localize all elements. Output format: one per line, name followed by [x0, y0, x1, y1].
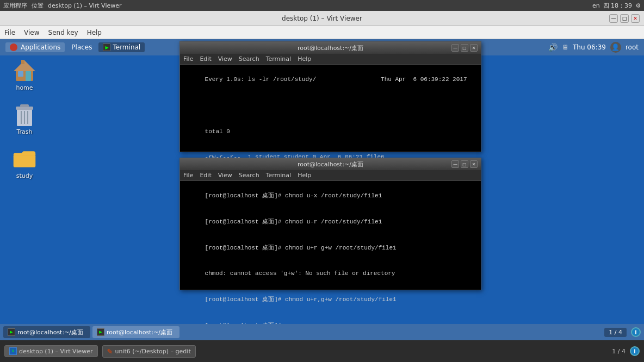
virt-viewer-taskicon: V	[9, 347, 17, 355]
guest-info-icon[interactable]: i	[631, 327, 641, 337]
t2-line2: [root@localhost 桌面]# chmod u-r /root/stu…	[205, 219, 382, 225]
terminal2-content[interactable]: [root@localhost 桌面]# chmod u-x /root/stu…	[180, 181, 481, 290]
minimize-button[interactable]: —	[609, 14, 618, 23]
host-pos-label[interactable]: 位置	[32, 2, 44, 10]
bottombar-item-1[interactable]: V desktop (1) – Virt Viewer	[4, 345, 98, 357]
desktop-icon-home[interactable]: home	[5, 58, 44, 91]
t1-menu-file[interactable]: File	[183, 55, 193, 63]
places-menu[interactable]: Places	[67, 42, 96, 52]
terminal-menu-btn[interactable]: ▶ Terminal	[98, 42, 145, 52]
terminal-window-1: root@localhost:~/桌面 — □ ✕ File Edit View…	[179, 41, 481, 152]
desktop-icon-trash[interactable]: Trash	[5, 102, 44, 135]
t2-line1: [root@localhost 桌面]# chmod u-x /root/stu…	[205, 192, 382, 199]
t1-menu-terminal[interactable]: Terminal	[266, 55, 292, 63]
terminal2-restore[interactable]: □	[461, 160, 468, 168]
terminal1-title: root@localhost:~/桌面	[298, 44, 363, 52]
trash-icon	[13, 102, 36, 126]
t2-menu-help[interactable]: Help	[298, 172, 311, 179]
bottombar-right: 1 / 4 i	[612, 346, 640, 356]
restore-button[interactable]: □	[620, 14, 629, 23]
info-icon[interactable]: i	[630, 346, 640, 356]
terminal1-restore[interactable]: □	[461, 44, 468, 52]
svg-rect-8	[20, 104, 29, 107]
terminal2-menubar: File Edit View Search Terminal Help	[180, 170, 481, 181]
t2-menu-view[interactable]: View	[218, 172, 232, 179]
t1-header: Every 1.0s: ls -lr /root/study/ Thu Apr …	[205, 76, 467, 83]
svg-rect-2	[26, 71, 31, 81]
terminal2-win-btns: — □ ✕	[451, 160, 478, 168]
guest-time: Thu 06:39	[573, 43, 606, 51]
menu-file[interactable]: File	[4, 29, 15, 36]
host-time: 四 18：39	[603, 2, 633, 10]
t1-menu-view[interactable]: View	[218, 55, 232, 63]
taskbar-icon-2: ▶	[97, 328, 104, 336]
taskbar-label-2: root@localhost:~/桌面	[107, 328, 172, 336]
t1-total: total 0	[205, 128, 230, 135]
desktop-icons: home Trash	[5, 58, 44, 179]
terminal1-close[interactable]: ✕	[470, 44, 478, 52]
taskbar-item-2[interactable]: ▶ root@localhost:~/桌面	[92, 326, 179, 338]
virt-viewer-menubar: File View Send key Help	[0, 26, 644, 39]
svg-rect-1	[18, 71, 23, 77]
close-button[interactable]: ✕	[631, 14, 640, 23]
applications-menu[interactable]: Applications	[5, 42, 65, 52]
virt-viewer-titlebar: desktop (1) – Virt Viewer — □ ✕	[0, 11, 644, 26]
guest-user: root	[626, 43, 639, 51]
t2-menu-search[interactable]: Search	[239, 172, 259, 179]
bottombar-label-2: unit6 (~/Desktop) – gedit	[115, 348, 190, 355]
terminal-window-2: root@localhost:~/桌面 — □ ✕ File Edit View…	[179, 158, 481, 290]
taskbar-item-1[interactable]: ▶ root@localhost:~/桌面	[3, 326, 90, 338]
terminal2-minimize[interactable]: —	[451, 160, 459, 168]
bottombar-items: V desktop (1) – Virt Viewer ✎ unit6 (~/D…	[4, 345, 196, 358]
guest-topbar-right: 🔊 🖥 Thu 06:39 👤 root	[548, 42, 639, 53]
screen-icon[interactable]: 🖥	[562, 43, 568, 51]
trash-icon-label: Trash	[16, 128, 32, 135]
menu-view[interactable]: View	[24, 29, 39, 36]
terminal2-title: root@localhost:~/桌面	[298, 160, 363, 168]
virt-viewer-title: desktop (1) – Virt Viewer	[282, 15, 362, 22]
guest-page-indicator: 1 / 4	[604, 328, 627, 337]
bottombar-item-2[interactable]: ✎ unit6 (~/Desktop) – gedit	[102, 345, 196, 358]
t2-menu-edit[interactable]: Edit	[200, 172, 211, 179]
host-settings-icon[interactable]: ⚙	[635, 2, 641, 9]
t1-menu-help[interactable]: Help	[298, 55, 311, 63]
applications-label: Applications	[21, 43, 60, 51]
terminal1-minimize[interactable]: —	[451, 44, 459, 52]
terminal1-titlebar: root@localhost:~/桌面 — □ ✕	[180, 42, 481, 54]
page-indicator: 1 / 4	[612, 348, 626, 355]
taskbar-icon-1: ▶	[8, 328, 15, 336]
menu-send-key[interactable]: Send key	[48, 29, 78, 36]
home-icon	[13, 58, 36, 82]
home-icon-label: home	[16, 84, 33, 91]
host-topbar: 应用程序 位置 desktop (1) – Virt Viewer en 四 1…	[0, 0, 644, 11]
guest-desktop: Applications Places ▶ Terminal 🔊 🖥 Thu 0…	[0, 39, 644, 340]
host-viewer-label[interactable]: desktop (1) – Virt Viewer	[48, 2, 122, 9]
terminal2-close[interactable]: ✕	[470, 160, 478, 168]
taskbar-label-1: root@localhost:~/桌面	[17, 328, 83, 336]
terminal1-menubar: File Edit View Search Terminal Help	[180, 54, 481, 65]
t1-menu-search[interactable]: Search	[239, 55, 259, 63]
menu-help[interactable]: Help	[87, 29, 102, 36]
t2-menu-terminal[interactable]: Terminal	[266, 172, 292, 179]
terminal2-titlebar: root@localhost:~/桌面 — □ ✕	[180, 158, 481, 170]
t1-menu-edit[interactable]: Edit	[200, 55, 211, 63]
t2-menu-file[interactable]: File	[183, 172, 193, 179]
guest-topbar-left: Applications Places ▶ Terminal	[5, 42, 145, 52]
host-app-label[interactable]: 应用程序	[3, 2, 27, 10]
host-lang: en	[592, 2, 600, 9]
terminal1-content: Every 1.0s: ls -lr /root/study/ Thu Apr …	[180, 65, 481, 152]
desktop-icon-study[interactable]: study	[5, 146, 44, 179]
virt-viewer-bottombar: V desktop (1) – Virt Viewer ✎ unit6 (~/D…	[0, 340, 644, 362]
host-topbar-right: en 四 18：39 ⚙	[592, 2, 641, 10]
svg-rect-4	[21, 60, 24, 64]
virt-viewer-controls: — □ ✕	[609, 14, 640, 23]
svg-rect-13	[14, 155, 35, 167]
applications-icon	[10, 43, 17, 51]
sound-icon[interactable]: 🔊	[548, 43, 558, 52]
study-icon-label: study	[16, 172, 33, 179]
folder-icon	[13, 146, 36, 170]
terminal-menu-label: Terminal	[113, 43, 140, 51]
taskbar-right: 1 / 4 i	[604, 327, 641, 337]
t2-line5: [root@localhost 桌面]# chmod u+r,g+w /root…	[205, 296, 397, 303]
bottombar-label-1: desktop (1) – Virt Viewer	[19, 348, 93, 355]
